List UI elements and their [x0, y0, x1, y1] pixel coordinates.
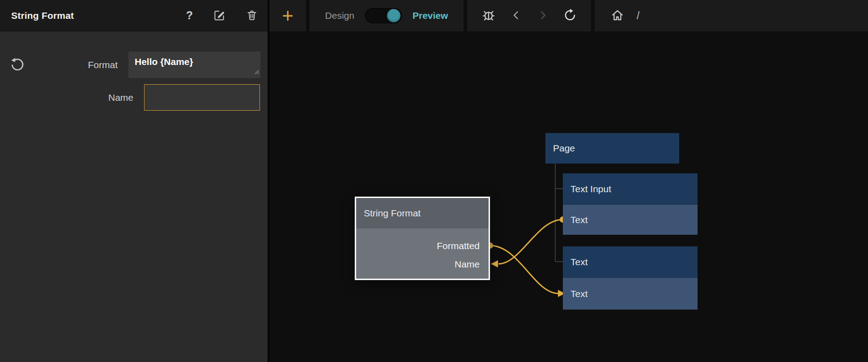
formatted-port-row[interactable]: Formatted — [356, 237, 480, 255]
reset-button[interactable] — [9, 56, 26, 73]
main-area: + Design Preview — [269, 0, 868, 362]
panel-header: String Format ? — [0, 0, 268, 31]
format-label: Format — [88, 59, 118, 71]
node-header: Text — [563, 246, 698, 277]
port-label: Formatted — [437, 241, 480, 251]
panel-actions: ? — [186, 9, 258, 22]
node-string-format[interactable]: String Format Formatted Name — [355, 197, 490, 280]
node-title: Page — [553, 143, 575, 154]
panel-title: String Format — [11, 10, 74, 21]
port-label: Text — [570, 289, 588, 299]
node-title: Text — [570, 257, 588, 267]
trash-icon — [246, 9, 258, 22]
help-button[interactable]: ? — [186, 9, 193, 22]
node-text-input[interactable]: Text Input Text — [563, 173, 698, 235]
toggle-knob — [387, 9, 400, 22]
path-section: / — [595, 0, 868, 31]
nav-section — [467, 0, 591, 31]
design-label: Design — [325, 10, 354, 21]
edit-button[interactable] — [213, 9, 226, 22]
mode-section: Design Preview — [310, 0, 464, 31]
port-label: Name — [455, 259, 480, 270]
design-preview-toggle[interactable] — [365, 8, 402, 23]
format-value: Hello {Name} — [135, 56, 193, 67]
top-toolbar: + Design Preview — [269, 0, 868, 31]
wire-textinput-to-name[interactable] — [498, 220, 563, 264]
preview-label: Preview — [413, 10, 448, 21]
home-button[interactable] — [611, 9, 624, 23]
node-page[interactable]: Page — [545, 133, 679, 164]
forward-button[interactable] — [537, 9, 549, 22]
app-window: String Format ? — [0, 0, 868, 362]
node-port-row[interactable]: Text — [563, 204, 698, 235]
properties-panel: String Format ? — [0, 0, 269, 362]
format-input[interactable]: Hello {Name} — [128, 52, 260, 78]
wire-formatted-to-text[interactable] — [490, 246, 558, 293]
debug-button[interactable] — [481, 8, 496, 24]
node-port-row[interactable]: Text — [563, 277, 698, 310]
refresh-icon — [563, 9, 577, 23]
breadcrumb-path: / — [637, 10, 639, 22]
node-header: String Format — [356, 198, 489, 228]
panel-body: Format Hello {Name} Name — [0, 31, 268, 362]
reset-icon — [10, 57, 25, 73]
name-port-row[interactable]: Name — [356, 255, 480, 273]
resize-handle[interactable] — [253, 66, 259, 77]
wire-arrowhead — [491, 260, 498, 267]
back-button[interactable] — [511, 9, 522, 22]
node-graph-canvas[interactable]: Page Text Input Text Text Text — [269, 31, 868, 362]
node-ports: Formatted Name — [356, 228, 489, 279]
node-header: Page — [545, 133, 679, 164]
node-title: Text Input — [570, 184, 611, 194]
node-title: String Format — [364, 208, 421, 219]
edit-icon — [213, 9, 226, 22]
bug-icon — [481, 8, 496, 24]
name-label: Name — [108, 92, 133, 103]
delete-button[interactable] — [246, 9, 258, 22]
back-icon — [511, 9, 522, 22]
add-node-section: + — [269, 0, 306, 31]
node-header: Text Input — [563, 173, 698, 204]
add-node-button[interactable]: + — [282, 2, 294, 29]
forward-icon — [537, 9, 549, 22]
home-icon — [611, 9, 624, 23]
refresh-button[interactable] — [563, 9, 577, 23]
node-text[interactable]: Text Text — [563, 246, 698, 310]
port-label: Text — [570, 215, 588, 225]
name-input[interactable] — [144, 84, 260, 111]
